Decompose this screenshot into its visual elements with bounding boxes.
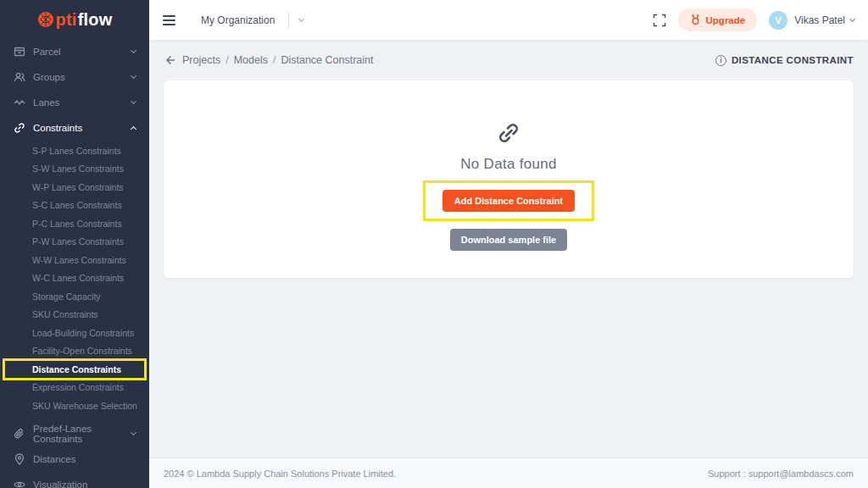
chevron-down-icon <box>131 73 136 79</box>
upgrade-label: Upgrade <box>706 15 746 25</box>
sidebar-item-label: Groups <box>33 72 131 82</box>
optiflow-logo-icon <box>37 11 54 28</box>
subitem-label: SKU Warehouse Selection <box>32 401 137 411</box>
constraints-submenu: S-P Lanes Constraints S-W Lanes Constrai… <box>0 141 149 418</box>
add-distance-constraint-button[interactable]: Add Distance Constraint <box>442 190 575 212</box>
user-menu[interactable]: Vikas Patel <box>794 14 854 26</box>
sidebar-subitem-sp-lanes[interactable]: S-P Lanes Constraints <box>0 141 149 160</box>
sidebar-item-lanes[interactable]: Lanes <box>0 90 149 115</box>
breadcrumb-item-projects[interactable]: Projects <box>182 54 220 66</box>
back-arrow-icon[interactable] <box>164 54 175 66</box>
subitem-label: Storage Capacity <box>32 291 101 302</box>
parcel-icon <box>14 46 25 58</box>
subitem-label: W-C Lanes Constraints <box>32 273 124 283</box>
sidebar: ptiflow Parcel Groups L <box>0 0 149 488</box>
breadcrumb: Projects / Models / Distance Constraint <box>182 54 374 66</box>
subitem-label: P-C Lanes Constraints <box>32 219 122 229</box>
avatar[interactable]: V <box>769 11 787 30</box>
breadcrumb-item-distance-constraint[interactable]: Distance Constraint <box>281 54 373 66</box>
sidebar-subitem-storage-capacity[interactable]: Storage Capacity <box>0 287 149 306</box>
sidebar-subitem-pc-lanes[interactable]: P-C Lanes Constraints <box>0 214 149 233</box>
sidebar-subitem-wp-lanes[interactable]: W-P Lanes Constraints <box>0 178 149 197</box>
eye-icon <box>14 479 25 488</box>
breadcrumb-row: Projects / Models / Distance Constraint … <box>164 40 854 80</box>
sidebar-item-visualization[interactable]: Visualization <box>0 472 149 488</box>
sidebar-item-label: Visualization <box>33 480 136 488</box>
sidebar-item-constraints[interactable]: Constraints <box>0 115 149 141</box>
organization-label: My Organization <box>201 14 275 26</box>
upgrade-button[interactable]: Upgrade <box>678 8 758 31</box>
subitem-label: W-P Lanes Constraints <box>32 182 124 192</box>
brand-logo: ptiflow <box>0 0 149 39</box>
subitem-label: S-C Lanes Constraints <box>32 200 122 210</box>
chevron-down-icon <box>849 15 855 21</box>
sidebar-subitem-expression[interactable]: Expression Constraints <box>0 379 149 397</box>
constraints-link-icon <box>14 122 25 134</box>
sidebar-subitem-distance-constraints[interactable]: Distance Constraints <box>0 360 149 379</box>
footer: 2024 © Lambda Supply Chain Solutions Pri… <box>149 458 868 488</box>
breadcrumb-separator: / <box>273 54 275 66</box>
sidebar-item-label: Distances <box>33 454 136 464</box>
paperclip-icon <box>14 428 25 440</box>
location-pin-icon <box>14 453 25 465</box>
subitem-label: Distance Constraints <box>32 364 121 374</box>
chevron-down-icon <box>131 429 136 435</box>
info-icon[interactable]: i <box>715 55 726 66</box>
sidebar-subitem-sku-warehouse[interactable]: SKU Warehouse Selection <box>0 396 149 415</box>
sidebar-subitem-sc-lanes[interactable]: S-C Lanes Constraints <box>0 197 149 215</box>
organization-selector[interactable]: My Organization <box>201 13 303 28</box>
topbar: My Organization Upgrade V Vikas Patel <box>149 0 868 40</box>
subitem-label: P-W Lanes Constraints <box>32 236 124 247</box>
chevron-down-icon <box>298 15 304 21</box>
sidebar-item-label: Lanes <box>33 97 131 108</box>
no-data-message: No Data found <box>460 156 557 173</box>
subitem-label: Facility-Open Constraints <box>32 346 132 356</box>
sidebar-item-parcel[interactable]: Parcel <box>0 39 149 64</box>
hamburger-menu-icon[interactable] <box>163 15 175 25</box>
annotation-highlight-box: Add Distance Constraint <box>423 180 594 221</box>
sidebar-subitem-pw-lanes[interactable]: P-W Lanes Constraints <box>0 233 149 252</box>
copyright-text: 2024 © Lambda Supply Chain Solutions Pri… <box>164 469 396 479</box>
upgrade-medal-icon <box>690 14 701 25</box>
page-title: DISTANCE CONSTRAINT <box>732 55 854 65</box>
sidebar-subitem-load-building[interactable]: Load-Building Constraints <box>0 324 149 342</box>
sidebar-subitem-sw-lanes[interactable]: S-W Lanes Constraints <box>0 160 149 179</box>
divider <box>288 13 289 28</box>
groups-icon <box>14 71 25 83</box>
sidebar-item-predef-lanes[interactable]: Predef-Lanes Constraints <box>0 421 149 446</box>
chain-link-icon <box>496 120 521 146</box>
fullscreen-icon[interactable] <box>653 14 666 27</box>
topbar-right: Upgrade V Vikas Patel <box>653 8 854 31</box>
subitem-label: S-P Lanes Constraints <box>32 146 121 156</box>
sidebar-item-distances[interactable]: Distances <box>0 446 149 472</box>
sidebar-subitem-wc-lanes[interactable]: W-C Lanes Constraints <box>0 269 149 288</box>
brand-text-orange: pti <box>56 10 77 30</box>
breadcrumb-separator: / <box>225 54 228 66</box>
avatar-initial: V <box>776 15 782 25</box>
sidebar-item-label: Predef-Lanes Constraints <box>33 424 131 444</box>
content-area: Projects / Models / Distance Constraint … <box>149 40 868 458</box>
download-sample-file-button[interactable]: Download sample file <box>450 229 567 251</box>
sidebar-subitem-facility-open[interactable]: Facility-Open Constraints <box>0 342 149 361</box>
subitem-label: Expression Constraints <box>32 382 124 392</box>
chevron-down-icon <box>131 98 136 104</box>
sidebar-subitem-ww-lanes[interactable]: W-W Lanes Constraints <box>0 251 149 269</box>
chevron-down-icon <box>131 47 136 53</box>
page-title-wrap: i DISTANCE CONSTRAINT <box>715 55 854 66</box>
sidebar-item-groups[interactable]: Groups <box>0 64 149 90</box>
sidebar-nav: Parcel Groups Lanes <box>0 39 149 488</box>
lanes-icon <box>14 97 25 108</box>
sidebar-item-label: Parcel <box>33 47 131 57</box>
brand-text-white: flow <box>78 10 113 30</box>
support-text: Support : support@lambdascs.com <box>708 469 854 479</box>
chevron-up-icon <box>131 126 136 132</box>
app-root: ptiflow Parcel Groups L <box>0 0 868 488</box>
subitem-label: W-W Lanes Constraints <box>32 255 126 265</box>
subitem-label: S-W Lanes Constraints <box>32 164 124 174</box>
main-area: My Organization Upgrade V Vikas Patel <box>149 0 868 488</box>
breadcrumb-item-models[interactable]: Models <box>234 54 268 66</box>
sidebar-item-label: Constraints <box>33 123 131 133</box>
subitem-label: SKU Constraints <box>32 309 98 319</box>
sidebar-subitem-sku-constraints[interactable]: SKU Constraints <box>0 306 149 324</box>
user-name: Vikas Patel <box>794 14 845 26</box>
